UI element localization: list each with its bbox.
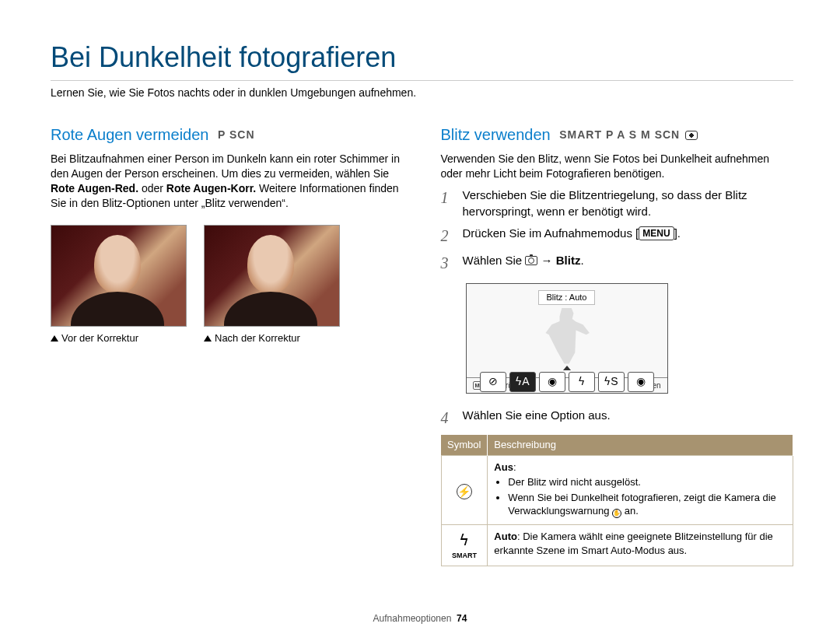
- table-header-row: Symbol Beschreibung: [441, 435, 793, 455]
- page-footer: Aufnahmeoptionen 74: [0, 612, 840, 625]
- step-number: 2: [441, 226, 455, 247]
- list-item: Wenn Sie bei Dunkelheit fotografieren, z…: [508, 491, 786, 519]
- flash-option-redeye-icon: ◉: [539, 372, 565, 392]
- step-2-text: Drücken Sie im Aufnahmemodus [MENU].: [463, 226, 794, 247]
- th-symbol: Symbol: [441, 435, 488, 455]
- flash-option-slow-icon: ϟS: [598, 372, 625, 392]
- camera-lcd-screenshot: Blitz : Auto ⊘ ϟA ◉ ϟ ϟS ◉ MENU: [466, 283, 668, 394]
- table-row: ϟ SMART Auto: Die Kamera wählt eine geei…: [441, 525, 793, 566]
- image-after: [204, 225, 340, 327]
- manual-page: Bei Dunkelheit fotografieren Lernen Sie,…: [0, 0, 840, 634]
- step-number: 1: [441, 187, 455, 219]
- flash-smart-icon: ϟ: [448, 530, 481, 551]
- silhouette-illustration: [544, 308, 590, 364]
- camera-icon: [525, 256, 537, 265]
- cell-symbol-off: ⚡: [441, 455, 488, 525]
- flash-option-auto-icon: ϟA: [509, 372, 536, 392]
- flash-option-off-icon: ⊘: [480, 372, 506, 392]
- left-heading: Rote Augen vermeiden P SCN: [51, 124, 404, 145]
- image-before-wrap: Vor der Korrektur: [51, 225, 187, 345]
- right-heading-text: Blitz verwenden: [441, 126, 551, 143]
- cell-symbol-smart: ϟ SMART: [441, 525, 488, 566]
- symbol-table: Symbol Beschreibung ⚡ Aus: Der Blitz wir…: [441, 435, 794, 566]
- right-column: Blitz verwenden SMART P A S M SCN Verwen…: [441, 124, 794, 566]
- left-paragraph: Bei Blitzaufnahmen einer Person im Dunke…: [51, 152, 404, 211]
- caption-after: Nach der Korrektur: [204, 331, 340, 345]
- left-mode-badge: P SCN: [218, 128, 255, 141]
- shake-warning-icon: ✋: [612, 509, 621, 518]
- flash-option-redeye2-icon: ◉: [628, 372, 654, 392]
- step-1-text: Verschieben Sie die Blitzentriegelung, s…: [463, 187, 794, 219]
- step-2: 2 Drücken Sie im Aufnahmemodus [MENU].: [441, 226, 794, 247]
- left-column: Rote Augen vermeiden P SCN Bei Blitzaufn…: [51, 124, 404, 566]
- caption-before: Vor der Korrektur: [51, 331, 187, 345]
- image-after-wrap: Nach der Korrektur: [204, 225, 340, 345]
- comparison-images: Vor der Korrektur Nach der Korrektur: [51, 225, 404, 345]
- flash-option-row: ⊘ ϟA ◉ ϟ ϟS ◉: [473, 372, 661, 395]
- chevron-up-icon: [563, 366, 571, 370]
- step-3: 3 Wählen Sie → Blitz.: [441, 253, 794, 274]
- screen-body: Blitz : Auto ⊘ ϟA ◉ ϟ ϟS ◉: [467, 284, 667, 377]
- triangle-icon: [51, 335, 58, 342]
- table-row: ⚡ Aus: Der Blitz wird nicht ausgelöst. W…: [441, 455, 793, 525]
- image-before: [51, 225, 187, 327]
- screen-title: Blitz : Auto: [538, 290, 596, 305]
- mode-extra-icon: [685, 131, 698, 140]
- right-heading: Blitz verwenden SMART P A S M SCN: [441, 124, 794, 145]
- step-number: 3: [441, 253, 455, 274]
- right-mode-badge: SMART P A S M SCN: [559, 128, 698, 141]
- two-column-layout: Rote Augen vermeiden P SCN Bei Blitzaufn…: [51, 124, 793, 566]
- triangle-icon: [204, 335, 212, 342]
- step-1: 1 Verschieben Sie die Blitzentriegelung,…: [441, 187, 794, 219]
- step-4-text: Wählen Sie eine Option aus.: [463, 408, 794, 429]
- flash-option-fill-icon: ϟ: [569, 372, 595, 392]
- list-item: Der Blitz wird nicht ausgelöst.: [508, 475, 786, 489]
- th-description: Beschreibung: [488, 435, 793, 455]
- page-title: Bei Dunkelheit fotografieren: [51, 39, 793, 81]
- flash-off-icon: ⚡: [457, 484, 472, 499]
- left-heading-text: Rote Augen vermeiden: [51, 126, 208, 143]
- menu-chip-icon: MENU: [639, 226, 674, 240]
- cell-desc-off: Aus: Der Blitz wird nicht ausgelöst. Wen…: [488, 455, 793, 525]
- step-number: 4: [441, 408, 455, 429]
- step-4: 4 Wählen Sie eine Option aus.: [441, 408, 794, 429]
- page-intro: Lernen Sie, wie Sie Fotos nachts oder in…: [51, 86, 793, 100]
- right-paragraph: Verwenden Sie den Blitz, wenn Sie Fotos …: [441, 152, 794, 181]
- step-3-text: Wählen Sie → Blitz.: [463, 253, 794, 274]
- desc-list: Der Blitz wird nicht ausgelöst. Wenn Sie…: [494, 475, 786, 518]
- cell-desc-auto: Auto: Die Kamera wählt eine geeignete Bl…: [488, 525, 793, 566]
